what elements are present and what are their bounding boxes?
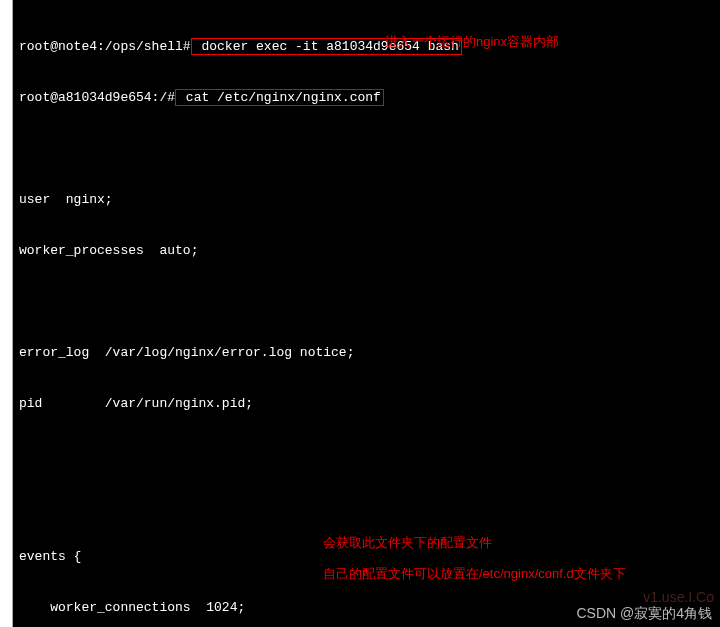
annotation-confd-place: 自己的配置文件可以放置在/etc/nginx/conf.d文件夹下 [323, 565, 626, 583]
cfg-pid: pid /var/run/nginx.pid; [19, 395, 714, 412]
annotation-confd-fetch: 会获取此文件夹下的配置文件 [323, 534, 492, 552]
blank-l6 [19, 293, 714, 310]
cfg-worker-processes: worker_processes auto; [19, 242, 714, 259]
blank-l10 [19, 497, 714, 514]
annotation-enter-container: 进入一个运行的nginx容器内部 [385, 33, 559, 51]
prompt-line-1: root@note4:/ops/shell# docker exec -it a… [19, 38, 714, 55]
blank-l3 [19, 140, 714, 157]
prompt-line-2: root@a81034d9e654:/# cat /etc/nginx/ngin… [19, 89, 714, 106]
cmd-cat-box: cat /etc/nginx/nginx.conf [175, 89, 384, 106]
watermark-csdn: CSDN @寂寞的4角钱 [576, 605, 712, 623]
cfg-user: user nginx; [19, 191, 714, 208]
cmd-cat: cat /etc/nginx/nginx.conf [178, 90, 381, 105]
blank-l9 [19, 446, 714, 463]
watermark-blog: v1.use.I.Co [643, 589, 714, 605]
cfg-error-log: error_log /var/log/nginx/error.log notic… [19, 344, 714, 361]
terminal-window: root@note4:/ops/shell# docker exec -it a… [12, 0, 720, 627]
prompt-2: root@a81034d9e654:/# [19, 90, 175, 105]
prompt-1: root@note4:/ops/shell# [19, 39, 191, 54]
